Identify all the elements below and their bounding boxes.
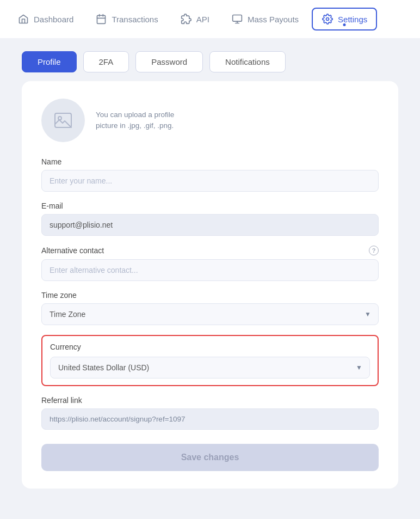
tab-2fa[interactable]: 2FA xyxy=(83,51,129,72)
nav-api[interactable]: API xyxy=(171,9,218,29)
name-group: Name xyxy=(41,157,379,192)
email-input[interactable] xyxy=(41,214,379,236)
tab-password[interactable]: Password xyxy=(135,51,203,72)
name-input[interactable] xyxy=(41,170,379,192)
timezone-group: Time zone Time Zone ▼ xyxy=(41,291,379,325)
alt-contact-label: Alternative contact xyxy=(41,246,104,255)
navbar: Dashboard Transactions API xyxy=(0,0,420,38)
timezone-select[interactable]: Time Zone xyxy=(41,303,379,325)
tab-notifications[interactable]: Notifications xyxy=(209,51,286,72)
svg-point-7 xyxy=(326,18,329,21)
nav-transactions[interactable]: Transactions xyxy=(87,9,166,29)
currency-group: Currency United States Dollar (USD) ▼ xyxy=(41,335,379,386)
alt-contact-group: Alternative contact ? xyxy=(41,246,379,281)
house-icon xyxy=(17,13,29,25)
timezone-label: Time zone xyxy=(41,291,379,300)
nav-mass-payouts-label: Mass Payouts xyxy=(248,15,299,24)
svg-point-9 xyxy=(58,117,61,120)
currency-select-wrap: United States Dollar (USD) ▼ xyxy=(50,357,370,378)
gear-icon xyxy=(322,13,333,25)
nav-settings[interactable]: Settings xyxy=(312,8,377,30)
avatar-section: You can upload a profile picture in .jpg… xyxy=(41,99,379,142)
avatar[interactable] xyxy=(41,99,85,142)
currency-select[interactable]: United States Dollar (USD) xyxy=(50,357,370,378)
timezone-select-wrap: Time Zone ▼ xyxy=(41,303,379,325)
svg-rect-4 xyxy=(233,15,242,22)
nav-dashboard-label: Dashboard xyxy=(34,15,73,24)
tab-profile[interactable]: Profile xyxy=(22,51,77,72)
referral-label: Referral link xyxy=(41,396,379,405)
settings-dot xyxy=(343,23,346,26)
calendar-icon xyxy=(95,13,107,25)
alt-contact-input[interactable] xyxy=(41,259,379,281)
svg-rect-0 xyxy=(97,15,106,23)
profile-card: You can upload a profile picture in .jpg… xyxy=(22,81,398,489)
referral-group: Referral link xyxy=(41,396,379,430)
avatar-hint: You can upload a profile picture in .jpg… xyxy=(96,109,183,132)
nav-mass-payouts[interactable]: Mass Payouts xyxy=(223,9,307,29)
alt-contact-help-icon[interactable]: ? xyxy=(369,246,379,255)
referral-input[interactable] xyxy=(41,408,379,430)
image-placeholder-icon xyxy=(54,112,72,129)
nav-settings-label: Settings xyxy=(338,15,367,24)
save-changes-button[interactable]: Save changes xyxy=(41,444,379,471)
file-money-icon xyxy=(231,13,243,25)
puzzle-icon xyxy=(180,13,192,25)
currency-label: Currency xyxy=(50,343,370,351)
tabs-container: Profile 2FA Password Notifications xyxy=(0,38,420,81)
email-label: E-mail xyxy=(41,202,379,210)
nav-transactions-label: Transactions xyxy=(112,15,158,24)
email-group: E-mail xyxy=(41,202,379,236)
nav-dashboard[interactable]: Dashboard xyxy=(9,9,82,29)
nav-api-label: API xyxy=(196,15,209,24)
name-label: Name xyxy=(41,157,379,166)
